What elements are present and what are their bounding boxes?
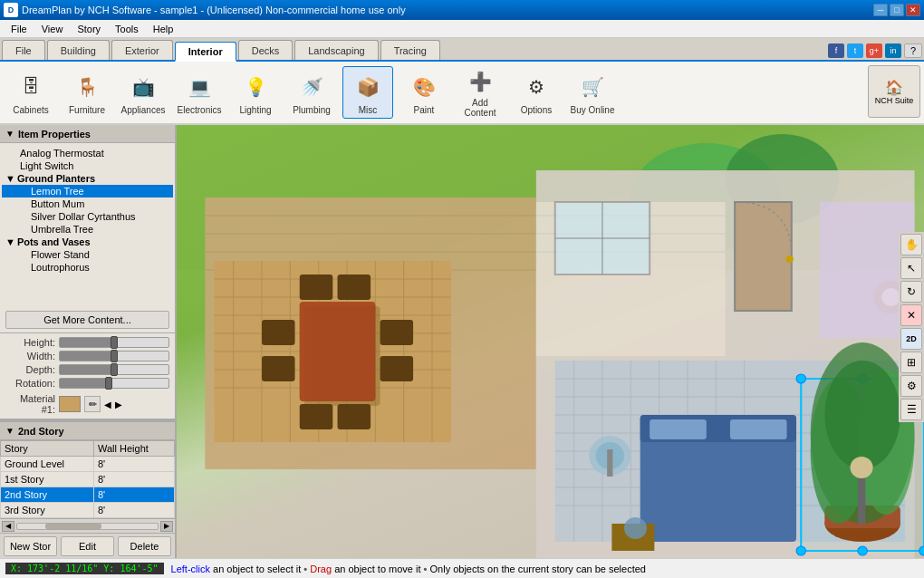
status-text2: an object to move it: [334, 564, 423, 574]
minimize-button[interactable]: ─: [873, 4, 888, 16]
menubar: File View Story Tools Help: [0, 20, 924, 38]
menu-view[interactable]: View: [34, 22, 71, 36]
tool-options[interactable]: ⚙ Options: [511, 66, 562, 119]
cursor-tool-button[interactable]: ↖: [900, 257, 922, 279]
twitter-btn[interactable]: t: [847, 43, 863, 58]
material-arrow-left[interactable]: ◀: [104, 400, 111, 409]
tab-landscaping[interactable]: Landscaping: [294, 40, 378, 60]
tree-group-pots-vases[interactable]: ▼ Pots and Vases: [2, 236, 173, 248]
tree-group-ground-planters[interactable]: ▼ Ground Planters: [2, 172, 173, 185]
menu-help[interactable]: Help: [146, 22, 181, 36]
coordinates-display: X: 173'-2 11/16" Y: 164'-5": [5, 563, 164, 574]
material-arrow-right[interactable]: ▶: [115, 400, 122, 409]
tab-interior[interactable]: Interior: [175, 42, 236, 62]
tool-lighting[interactable]: 💡 Lighting: [230, 66, 281, 119]
toolbar: 🗄 Cabinets 🪑 Furniture 📺 Appliances 💻 El…: [0, 62, 924, 125]
tree-group-pots-label: Pots and Vases: [17, 236, 91, 247]
electronics-icon: 💻: [183, 71, 216, 103]
svg-point-63: [796, 374, 805, 383]
tab-exterior[interactable]: Exterior: [111, 40, 173, 60]
new-story-button[interactable]: New Stor: [4, 536, 57, 556]
paint-label: Paint: [414, 105, 435, 115]
menu-file[interactable]: File: [4, 22, 34, 36]
depth-label: Depth:: [5, 364, 55, 375]
titlebar-controls[interactable]: ─ □ ✕: [873, 4, 920, 16]
tab-tracing[interactable]: Tracing: [380, 40, 440, 60]
delete-tool-button[interactable]: ✕: [900, 304, 922, 326]
appliances-label: Appliances: [121, 105, 166, 115]
nch-suite-button[interactable]: 🏠 NCH Suite: [868, 65, 920, 118]
height-row: Height:: [5, 337, 169, 348]
tree-item-button-mum[interactable]: Button Mum: [2, 197, 173, 210]
3d-view-area[interactable]: ✋ ↖ ↻ ✕ 2D ⊞ ⚙ ☰: [177, 125, 924, 558]
tab-building[interactable]: Building: [47, 40, 110, 60]
story-horizontal-scrollbar[interactable]: ◀ ▶: [0, 518, 175, 533]
bottom-buttons: New Stor Edit Delete: [0, 533, 175, 558]
hscroll-left-btn[interactable]: ◀: [2, 521, 14, 532]
story-row-ground[interactable]: Ground Level 8': [1, 457, 175, 472]
menu-tools[interactable]: Tools: [108, 22, 146, 36]
rotation-slider[interactable]: [59, 378, 169, 389]
delete-button[interactable]: Delete: [118, 536, 171, 556]
add-content-label: Add Content: [456, 98, 505, 118]
maximize-button[interactable]: □: [890, 4, 904, 16]
tree-item-loutrophorus[interactable]: Loutrophorus: [2, 261, 173, 274]
tool-plumbing[interactable]: 🚿 Plumbing: [286, 66, 337, 119]
material-swatch[interactable]: [59, 396, 81, 412]
2d-view-button[interactable]: 2D: [900, 328, 922, 350]
svg-rect-56: [730, 419, 787, 439]
lighting-icon: 💡: [239, 71, 272, 103]
depth-row: Depth:: [5, 364, 169, 375]
layers-button[interactable]: ⊞: [900, 352, 922, 373]
tree-item-lemon-tree[interactable]: Lemon Tree: [2, 185, 173, 197]
options-label: Options: [521, 105, 552, 115]
close-button[interactable]: ✕: [906, 4, 920, 16]
tab-decks[interactable]: Decks: [238, 40, 294, 60]
left-panel: ▼ Item Properties Analog Thermostat Ligh…: [0, 125, 177, 558]
tree-item-analog-thermostat[interactable]: Analog Thermostat: [2, 147, 173, 159]
depth-slider[interactable]: [59, 364, 169, 375]
story-collapse[interactable]: ▼: [5, 426, 14, 436]
tool-misc[interactable]: 📦 Misc: [342, 66, 393, 119]
hscroll-track[interactable]: [16, 523, 159, 530]
orbit-tool-button[interactable]: ↻: [900, 281, 922, 303]
height-slider[interactable]: [59, 337, 169, 348]
tool-paint[interactable]: 🎨 Paint: [399, 66, 449, 119]
tool-cabinets[interactable]: 🗄 Cabinets: [5, 66, 56, 119]
drag-text: Drag: [310, 564, 334, 574]
width-slider[interactable]: [59, 351, 169, 361]
tool-appliances[interactable]: 📺 Appliances: [118, 66, 168, 119]
story-row-1st[interactable]: 1st Story 8': [1, 472, 175, 487]
settings-tool-button[interactable]: ⚙: [900, 375, 922, 397]
hscroll-right-btn[interactable]: ▶: [160, 521, 173, 532]
google-btn[interactable]: g+: [866, 43, 882, 58]
material-edit-button[interactable]: ✏: [84, 396, 101, 412]
tree-item-flower-stand[interactable]: Flower Stand: [2, 248, 173, 261]
item-properties-collapse[interactable]: ▼: [5, 129, 14, 139]
statusbar: X: 173'-2 11/16" Y: 164'-5" Left-click a…: [0, 558, 924, 578]
options-icon: ⚙: [520, 71, 553, 103]
menu-tool-button[interactable]: ☰: [900, 399, 922, 420]
menu-story[interactable]: Story: [70, 22, 108, 36]
svg-point-68: [858, 546, 867, 555]
hand-tool-button[interactable]: ✋: [900, 234, 922, 255]
story-table-container: Story Wall Height Ground Level 8' 1st St…: [0, 440, 175, 518]
tree-item-light-switch[interactable]: Light Switch: [2, 159, 173, 172]
misc-icon: 📦: [351, 71, 384, 103]
tool-buy-online[interactable]: 🛒 Buy Online: [567, 66, 618, 119]
tool-furniture[interactable]: 🪑 Furniture: [62, 66, 112, 119]
story-row-2nd[interactable]: 2nd Story 8': [1, 487, 175, 503]
tool-add-content[interactable]: ➕ Add Content: [455, 66, 505, 119]
help-button[interactable]: ?: [904, 43, 922, 58]
tab-file[interactable]: File: [2, 40, 45, 60]
linkedin-btn[interactable]: in: [885, 43, 901, 58]
tool-electronics[interactable]: 💻 Electronics: [174, 66, 225, 119]
tree-item-silver-dollar[interactable]: Silver Dollar Cyrtanthus: [2, 210, 173, 223]
cabinets-label: Cabinets: [13, 105, 48, 115]
edit-button[interactable]: Edit: [61, 536, 114, 556]
tree-item-umbrella-tree[interactable]: Umbrella Tree: [2, 223, 173, 236]
svg-rect-79: [735, 202, 792, 311]
get-more-content-button[interactable]: Get More Content...: [5, 311, 169, 329]
facebook-btn[interactable]: f: [828, 43, 844, 58]
story-row-3rd[interactable]: 3rd Story 8': [1, 503, 175, 518]
